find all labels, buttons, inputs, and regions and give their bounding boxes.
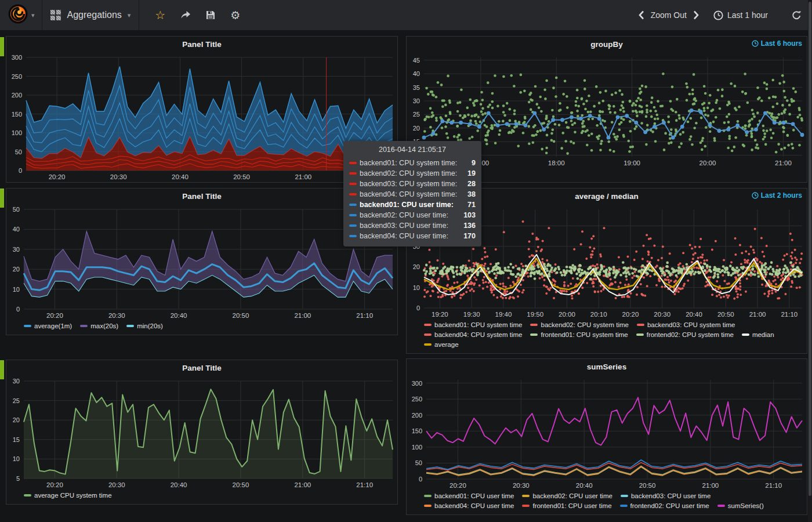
series-color-swatch xyxy=(530,324,538,326)
series-color-swatch xyxy=(349,162,357,164)
x-axis-label: 21:10 xyxy=(356,481,373,488)
panel-time-badge[interactable]: Last 6 hours xyxy=(752,39,802,48)
y-axis-label: 150 xyxy=(12,111,22,118)
x-axis-label: 20:30 xyxy=(654,311,670,318)
legend-item[interactable]: average xyxy=(424,340,459,350)
x-axis-label: 20:20 xyxy=(622,311,639,318)
legend-item[interactable]: average(1m) xyxy=(24,321,72,331)
panel-title[interactable]: sumSeries xyxy=(587,362,626,371)
panel-header: Panel Title xyxy=(6,37,397,52)
x-axis-label: 21:00 xyxy=(294,312,311,319)
panel-header: Panel Title xyxy=(6,188,397,204)
y-axis-label: 25 xyxy=(413,111,420,118)
legend: average(1m)max(20s)min(20s) xyxy=(6,321,397,335)
x-axis-label: 20:20 xyxy=(46,481,63,488)
legend-item[interactable]: frontend01: CPU system time xyxy=(530,330,628,340)
x-axis-label: 20:50 xyxy=(717,311,734,318)
chart-svg: 0102030405020:2020:3020:4020:5021:0021:1… xyxy=(6,204,397,321)
time-back-icon[interactable] xyxy=(638,10,645,20)
chart-svg: 05010015020025030020:2020:3020:4020:5021… xyxy=(407,374,807,491)
x-axis-label: 20:40 xyxy=(172,173,188,180)
chart-svg: 05010015020025030020:2020:3020:4020:5021… xyxy=(6,52,397,182)
series-color-swatch xyxy=(424,505,432,507)
legend-item[interactable]: backend04: CPU system time xyxy=(424,330,522,340)
legend-item[interactable]: backend02: CPU system time xyxy=(530,320,628,330)
legend-item[interactable]: max(20s) xyxy=(80,321,118,331)
y-axis-label: 300 xyxy=(12,54,22,61)
legend-item[interactable]: backend01: CPU system time xyxy=(424,320,522,330)
x-axis-label: 20:00 xyxy=(559,311,575,318)
x-axis-label: 20:20 xyxy=(49,173,66,180)
chart-svg: 5101520253020:2020:3020:4020:5021:0021:1… xyxy=(6,375,397,490)
dashboard-picker[interactable]: Aggregations ▾ xyxy=(42,0,140,30)
panel-title[interactable]: Panel Title xyxy=(182,364,221,372)
x-axis-label: 20:50 xyxy=(233,481,249,488)
series-color-swatch xyxy=(126,325,134,327)
graph-canvas[interactable]: 5101520253020:2020:3020:4020:5021:0021:1… xyxy=(6,375,397,490)
panel-title[interactable]: Panel Title xyxy=(182,40,221,49)
grafana-menu[interactable]: ▾ xyxy=(0,0,42,30)
legend-item[interactable]: min(20s) xyxy=(126,321,163,331)
x-axis-label: 20:30 xyxy=(108,312,125,319)
zoom-out-button[interactable]: Zoom Out xyxy=(651,10,687,20)
y-axis-label: 100 xyxy=(412,444,422,451)
tooltip-series-row: backend02: CPU system time:19 xyxy=(349,168,476,179)
x-axis-label: 20:30 xyxy=(108,481,125,488)
panel-time-badge[interactable]: Last 2 hours xyxy=(752,191,802,200)
legend: backend01: CPU system timebackend02: CPU… xyxy=(407,320,807,353)
x-axis-label: 21:00 xyxy=(702,482,719,489)
y-axis-label: 20 xyxy=(13,266,20,273)
y-axis-label: 10 xyxy=(413,284,420,291)
legend-item[interactable]: average CPU system time xyxy=(24,491,112,501)
legend-item[interactable]: backend01: CPU user time xyxy=(424,491,514,501)
x-axis-label: 21:10 xyxy=(765,482,782,489)
tooltip-series-row: backend03: CPU system time:28 xyxy=(349,179,476,189)
y-axis-label: 250 xyxy=(12,73,22,80)
series-color-swatch xyxy=(24,494,31,496)
navbar: ▾ Aggregations ▾ ☆ ⚙ Zoom Out xyxy=(0,0,812,30)
x-axis-label: 19:30 xyxy=(463,311,480,318)
time-forward-icon[interactable] xyxy=(693,10,699,20)
legend-item[interactable]: sumSeries() xyxy=(717,501,764,511)
save-icon[interactable] xyxy=(206,10,215,20)
star-icon[interactable]: ☆ xyxy=(155,8,165,22)
legend-item[interactable]: backend04: CPU user time xyxy=(424,501,514,511)
legend-item[interactable]: backend03: CPU user time xyxy=(621,491,710,501)
graph-canvas[interactable]: 0102030405020:2020:3020:4020:5021:0021:1… xyxy=(6,204,397,321)
x-axis-label: 19:40 xyxy=(495,311,512,318)
refresh-icon[interactable] xyxy=(792,10,802,20)
series-color-swatch xyxy=(349,183,357,185)
legend-item[interactable]: backend02: CPU user time xyxy=(522,491,612,501)
share-icon[interactable] xyxy=(180,10,191,20)
clock-icon xyxy=(752,40,759,47)
series-color-swatch xyxy=(349,214,357,216)
x-axis-label: 19:50 xyxy=(527,311,543,318)
page-scrollbar[interactable] xyxy=(808,0,812,522)
legend-item[interactable]: frontend02: CPU user time xyxy=(620,501,709,511)
panel-title[interactable]: average / median xyxy=(575,192,639,201)
y-axis-label: 150 xyxy=(412,427,422,434)
panel-title[interactable]: groupBy xyxy=(590,40,623,49)
x-axis-label: 20:40 xyxy=(171,481,187,488)
series-color-swatch xyxy=(424,324,432,326)
y-axis-label: 10 xyxy=(13,286,20,293)
row-control[interactable] xyxy=(0,188,4,208)
legend-item[interactable]: median xyxy=(742,330,774,340)
x-axis-label: 20:40 xyxy=(171,312,187,319)
gear-icon[interactable]: ⚙ xyxy=(230,9,240,22)
graph-canvas[interactable]: 05010015020025030020:2020:3020:4020:5021… xyxy=(407,374,807,491)
series-color-swatch xyxy=(349,172,357,175)
legend-item[interactable]: frontend02: CPU system time xyxy=(636,330,734,340)
series-color-swatch xyxy=(349,224,357,227)
legend-item[interactable]: backend03: CPU system time xyxy=(637,320,735,330)
timepicker-button[interactable]: Last 1 hour xyxy=(713,10,774,20)
graph-canvas[interactable]: 05010015020025030020:2020:3020:4020:5021… xyxy=(6,52,397,182)
tooltip-series-row: backend04: CPU system time:38 xyxy=(349,189,476,200)
panel-stacked-cpu: Panel Title 05010015020025030020:2020:30… xyxy=(6,36,398,183)
panel-title[interactable]: Panel Title xyxy=(182,192,221,201)
row-control[interactable] xyxy=(0,360,4,379)
scrollbar-thumb[interactable] xyxy=(809,2,811,496)
legend-item[interactable]: frontend01: CPU user time xyxy=(522,501,611,511)
row-control[interactable] xyxy=(0,37,4,56)
legend: backend01: CPU user timebackend02: CPU u… xyxy=(407,491,807,514)
